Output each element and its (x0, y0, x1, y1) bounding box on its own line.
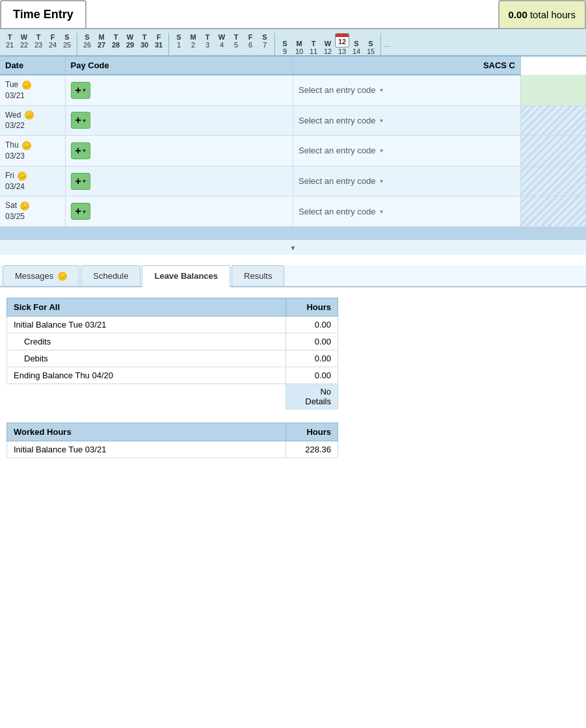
key-icon: 🔑 (22, 81, 31, 90)
dropdown-arrow-icon: ▾ (83, 208, 86, 215)
key-icon: 🔑 (20, 202, 29, 211)
ending-balance-value: 0.00 (286, 367, 338, 384)
pay-code-label: Select an entry code (299, 146, 376, 155)
cal-day-F-24[interactable]: F (46, 33, 60, 41)
table-row: Wed 🔑 03/22 + ▾ Select an entry code ▾ (0, 105, 586, 136)
credits-label: Credits (7, 333, 286, 350)
pay-code-dropdown-arrow: ▾ (380, 147, 383, 154)
dropdown-arrow-icon: ▾ (83, 147, 86, 154)
worked-initial-balance-label: Initial Balance Tue 03/21 (7, 441, 286, 458)
pay-code-dropdown-arrow: ▾ (380, 86, 383, 94)
worked-initial-balance-value: 228.36 (286, 441, 338, 458)
sacs-cell-0322 (521, 105, 586, 136)
plus-icon: + (75, 146, 81, 156)
col-header-sacs: SACS C (293, 57, 521, 75)
day-label: Wed (5, 110, 21, 120)
list-item: Ending Balance Thu 04/20 0.00 (7, 367, 338, 384)
tab-schedule-label: Schedule (93, 271, 128, 281)
worked-hours-col-header: Hours (286, 423, 338, 441)
calendar-strip: T W T F S 21 22 23 24 25 S M T W T F (0, 29, 586, 57)
pay-code-label: Select an entry code (299, 207, 376, 216)
total-hours-display: 0.00 total hours (498, 0, 586, 28)
cal-day-W-29[interactable]: W (123, 33, 137, 41)
app-header: Time Entry 0.00 total hours (0, 0, 586, 29)
tab-messages[interactable]: Messages 🔑 (3, 265, 79, 286)
tab-results[interactable]: Results (232, 265, 284, 286)
pay-code-dropdown-arrow: ▾ (380, 117, 383, 124)
plus-icon: + (75, 115, 81, 125)
dropdown-arrow-icon: ▾ (83, 86, 86, 94)
date-value: 03/22 (5, 121, 25, 130)
sick-for-all-table: Sick For All Hours Initial Balance Tue 0… (7, 298, 338, 410)
initial-balance-label: Initial Balance Tue 03/21 (7, 317, 286, 333)
pay-code-label: Select an entry code (299, 176, 376, 186)
cal-day-F-31[interactable]: F (152, 33, 166, 41)
pay-code-dropdown-arrow: ▾ (380, 177, 383, 185)
tab-leave-balances[interactable]: Leave Balances (142, 265, 230, 287)
sick-group-title: Sick For All (7, 298, 286, 317)
worked-hours-table: Worked Hours Hours Initial Balance Tue 0… (7, 422, 338, 458)
cal-day-T-21[interactable]: T (3, 33, 17, 41)
pay-code-dropdown-arrow: ▾ (380, 208, 383, 215)
collapse-arrow-icon: ▼ (290, 244, 297, 252)
sick-hours-col-header: Hours (286, 298, 338, 317)
pay-code-select-0325[interactable]: Select an entry code ▾ (299, 207, 383, 216)
list-item: Initial Balance Tue 03/21 0.00 (7, 317, 338, 333)
table-row: Fri 🔑 03/24 + ▾ Select an entry code ▾ (0, 166, 586, 196)
day-label: Thu (5, 140, 19, 150)
dropdown-arrow-icon: ▾ (83, 177, 86, 185)
list-item: Credits 0.00 (7, 333, 338, 350)
add-entry-button-0323[interactable]: + ▾ (71, 142, 90, 159)
table-row: Thu 🔑 03/23 + ▾ Select an entry code ▾ (0, 136, 586, 166)
pay-code-label: Select an entry code (299, 116, 376, 125)
date-cell-0324: Fri 🔑 03/24 (0, 166, 65, 196)
worked-group-title: Worked Hours (7, 423, 286, 441)
worked-group-header: Worked Hours Hours (7, 423, 338, 441)
date-cell-0323: Thu 🔑 03/23 (0, 136, 65, 166)
add-entry-button-0325[interactable]: + ▾ (71, 203, 90, 220)
sacs-cell-0321 (521, 75, 586, 105)
pay-code-select-0322[interactable]: Select an entry code ▾ (299, 116, 383, 125)
messages-key-icon: 🔑 (58, 272, 67, 281)
dropdown-arrow-icon: ▾ (83, 117, 86, 124)
add-entry-button-0322[interactable]: + ▾ (71, 112, 90, 129)
table-row: Tue 🔑 03/21 + ▾ Select an entry code ▾ (0, 75, 586, 105)
cal-day-T-23[interactable]: T (31, 33, 46, 41)
debits-label: Debits (7, 350, 286, 367)
resize-handle[interactable]: ▼ (0, 239, 586, 255)
date-cell-0322: Wed 🔑 03/22 (0, 105, 65, 136)
sacs-cell-0324 (521, 166, 586, 196)
credits-value: 0.00 (286, 333, 338, 350)
add-entry-button-0324[interactable]: + ▾ (71, 173, 90, 190)
pay-code-select-0324[interactable]: Select an entry code ▾ (299, 176, 383, 186)
tab-schedule[interactable]: Schedule (81, 265, 140, 286)
cal-day-T-30[interactable]: T (137, 33, 152, 41)
add-entry-button-0321[interactable]: + ▾ (71, 82, 90, 99)
tab-results-label: Results (244, 271, 272, 281)
date-value: 03/23 (5, 151, 25, 161)
no-details-row: No Details (7, 384, 338, 410)
pay-code-select-0321[interactable]: Select an entry code ▾ (299, 85, 383, 95)
plus-icon: + (75, 176, 81, 187)
pay-code-select-0323[interactable]: Select an entry code ▾ (299, 146, 383, 155)
sacs-cell-0323 (521, 136, 586, 166)
list-item: Debits 0.00 (7, 350, 338, 367)
col-header-date: Date (0, 57, 65, 75)
date-cell-0325: Sat 🔑 03/25 (0, 196, 65, 227)
day-label: Fri (5, 171, 14, 180)
time-entry-table: Date Pay Code SACS C Tue 🔑 03/21 + ▾ (0, 57, 586, 239)
cal-day-T-28[interactable]: T (109, 33, 123, 41)
date-value: 03/21 (5, 91, 25, 100)
key-icon: 🔑 (25, 110, 34, 120)
table-row: Sat 🔑 03/25 + ▾ Select an entry code ▾ (0, 196, 586, 227)
cal-day-W-22[interactable]: W (17, 33, 31, 41)
key-icon: 🔑 (22, 141, 31, 150)
leave-balances-content: Sick For All Hours Initial Balance Tue 0… (0, 287, 586, 482)
cal-day-S-25[interactable]: S (60, 33, 74, 41)
cal-day-M-27[interactable]: M (94, 33, 109, 41)
plus-icon: + (75, 206, 81, 216)
today-calendar-icon: 12 (335, 33, 349, 47)
table-footer-row (0, 226, 586, 239)
cal-day-S-26[interactable]: S (80, 33, 94, 41)
date-value: 03/24 (5, 182, 25, 191)
